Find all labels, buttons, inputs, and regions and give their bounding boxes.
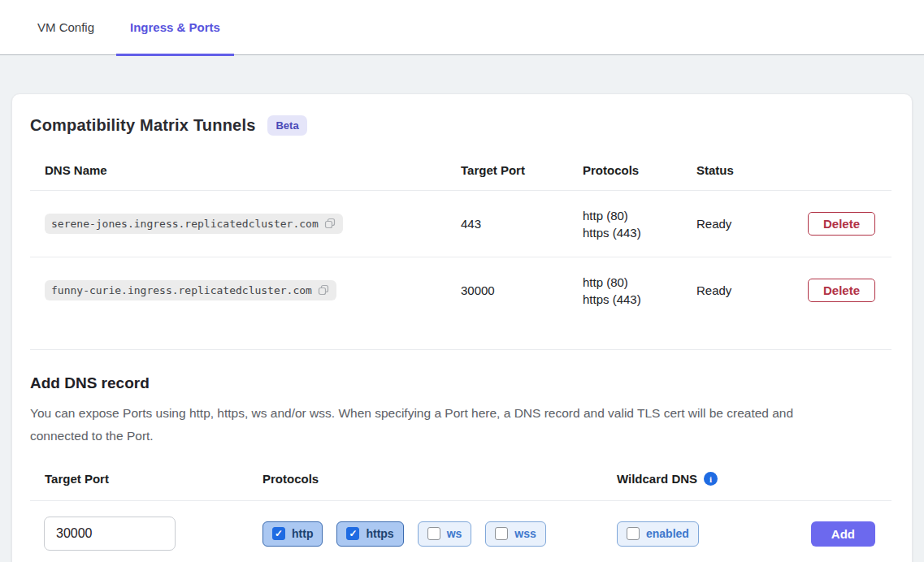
checkmark-icon: ✓ [349,529,357,538]
dns-name-cell: funny-curie.ingress.replicatedcluster.co… [30,280,446,300]
tab-bar: VM Config Ingress & Ports [0,0,924,55]
dns-name-pill: funny-curie.ingress.replicatedcluster.co… [45,280,336,300]
col-header-dns-name: DNS Name [30,163,446,177]
dns-name-text: serene-jones.ingress.replicatedcluster.c… [51,218,319,230]
tab-ingress-ports[interactable]: Ingress & Ports [116,0,234,56]
col-header-target-port: Target Port [446,163,568,177]
table-header-row: DNS Name Target Port Protocols Status [30,153,891,190]
table-row: serene-jones.ingress.replicatedcluster.c… [30,190,891,257]
add-dns-title: Add DNS record [30,374,891,392]
checkbox-icon: ✓ [427,527,440,540]
tunnels-card: Compatibility Matrix Tunnels Beta DNS Na… [11,93,913,562]
protocol-options-group: ✓ http ✓ https ✓ ws ✓ wss [262,521,617,547]
wildcard-option-label: enabled [646,527,689,540]
tunnels-table: DNS Name Target Port Protocols Status se… [30,153,891,323]
protocol-option-label: http [292,527,313,540]
protocol-line: http (80) [583,207,682,224]
page-body: Compatibility Matrix Tunnels Beta DNS Na… [0,55,924,562]
protocol-line: http (80) [583,274,682,291]
add-dns-form-row: ✓ http ✓ https ✓ ws ✓ wss [30,500,891,562]
protocol-option-label: wss [514,527,536,540]
actions-cell: Delete [796,212,891,236]
protocol-checkbox-https[interactable]: ✓ https [336,521,403,547]
label-wildcard-dns: Wildcard DNS i [617,472,810,486]
table-row: funny-curie.ingress.replicatedcluster.co… [30,257,891,323]
protocol-line: https (443) [583,224,682,241]
add-button-cell: Add [810,521,891,547]
wildcard-dns-cell: ✓ enabled [617,521,810,547]
protocols-cell: http (80) https (443) [568,274,682,308]
col-header-protocols: Protocols [568,163,682,177]
dns-name-pill: serene-jones.ingress.replicatedcluster.c… [45,214,343,234]
checkbox-icon: ✓ [627,527,640,540]
add-dns-section: Add DNS record You can expose Ports usin… [30,349,891,562]
checkmark-icon: ✓ [275,529,283,538]
target-port-cell: 30000 [446,283,568,297]
actions-cell: Delete [796,279,891,302]
checkbox-icon: ✓ [346,527,359,540]
protocols-cell: http (80) https (443) [568,207,682,241]
protocol-option-label: https [366,527,393,540]
label-protocols: Protocols [262,472,617,486]
target-port-field-cell [30,517,262,551]
form-labels-row: Target Port Protocols Wildcard DNS i [30,472,891,486]
protocol-option-label: ws [447,527,462,540]
target-port-input[interactable] [44,517,176,551]
checkbox-icon: ✓ [495,527,508,540]
copy-icon[interactable] [324,218,336,230]
wildcard-dns-label-text: Wildcard DNS [617,472,697,486]
dns-name-text: funny-curie.ingress.replicatedcluster.co… [51,284,312,296]
tab-vm-config[interactable]: VM Config [24,0,107,56]
status-cell: Ready [682,217,796,231]
wildcard-enabled-checkbox[interactable]: ✓ enabled [617,521,699,547]
delete-button[interactable]: Delete [808,279,875,302]
label-target-port: Target Port [30,472,262,486]
checkbox-icon: ✓ [272,527,285,540]
protocol-checkbox-http[interactable]: ✓ http [262,521,323,547]
card-title-row: Compatibility Matrix Tunnels Beta [30,115,891,136]
add-dns-description: You can expose Ports using http, https, … [30,402,851,447]
beta-badge: Beta [267,115,306,136]
protocol-checkbox-ws[interactable]: ✓ ws [418,521,472,547]
info-icon[interactable]: i [704,472,718,486]
col-header-status: Status [682,163,796,177]
protocol-checkbox-wss[interactable]: ✓ wss [485,521,545,547]
status-cell: Ready [682,283,796,297]
add-button[interactable]: Add [811,521,875,547]
delete-button[interactable]: Delete [808,212,875,236]
dns-name-cell: serene-jones.ingress.replicatedcluster.c… [30,214,446,234]
target-port-cell: 443 [446,217,568,231]
copy-icon[interactable] [318,284,330,296]
card-title: Compatibility Matrix Tunnels [30,116,255,135]
protocol-line: https (443) [583,291,682,308]
